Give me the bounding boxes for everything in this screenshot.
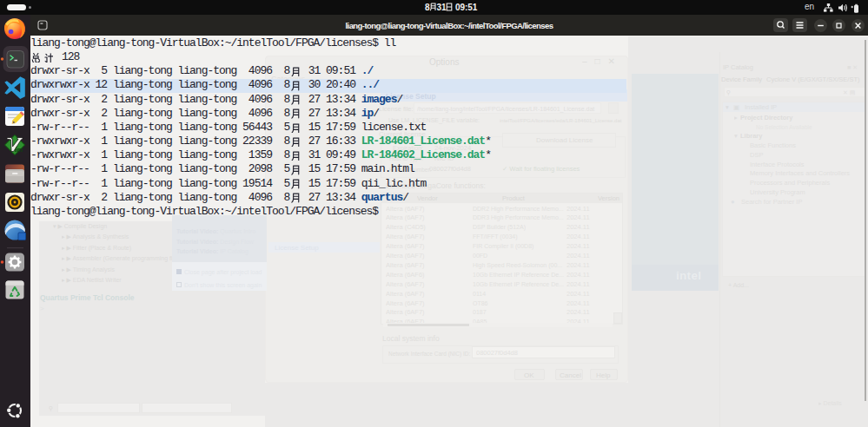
svg-text:im: im: [15, 145, 23, 154]
